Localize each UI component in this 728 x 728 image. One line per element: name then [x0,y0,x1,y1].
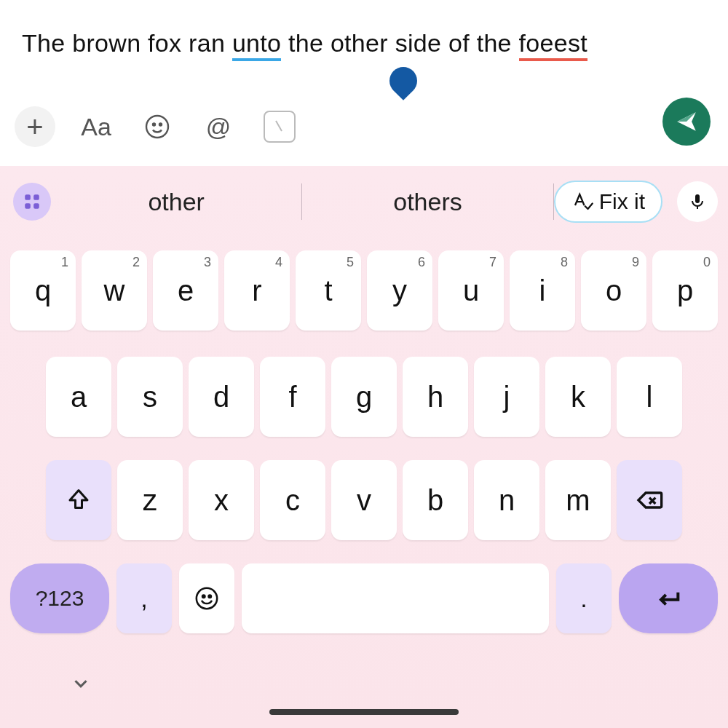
send-icon [674,109,699,134]
fix-it-icon [571,191,593,213]
key-k[interactable]: k [545,357,611,437]
key-i[interactable]: i8 [510,250,575,331]
navigation-handle[interactable] [269,709,459,715]
key-c[interactable]: c [260,460,325,540]
svg-point-2 [159,124,162,126]
svg-point-0 [146,116,168,138]
key-l[interactable]: l [617,357,682,437]
key-e[interactable]: e3 [153,250,218,331]
key-p[interactable]: p0 [652,250,718,331]
key-w[interactable]: w2 [82,250,147,331]
shift-icon [66,487,92,513]
add-button[interactable]: + [15,106,55,147]
key-b[interactable]: b [403,460,468,540]
misspelled-word-foeest[interactable]: foeest [519,29,587,61]
fix-it-button[interactable]: Fix it [554,181,662,223]
text-prefix: The brown fox ran [22,29,232,57]
collapse-keyboard-button[interactable] [70,673,92,697]
space-key[interactable] [242,563,549,633]
key-x[interactable]: x [189,460,254,540]
message-text[interactable]: The brown fox ran unto the other side of… [22,29,706,58]
emoji-key[interactable] [179,563,234,633]
key-q[interactable]: q1 [10,250,76,331]
keyboard-apps-button[interactable] [13,183,51,221]
chevron-down-icon [70,673,92,695]
text-cursor-handle[interactable] [384,61,423,100]
suggestion-1[interactable]: other [51,188,301,216]
svg-point-11 [197,588,217,609]
enter-key[interactable] [619,563,718,633]
emoji-icon [194,586,219,611]
symbols-key[interactable]: ?123 [10,563,109,633]
compose-toolbar: + Aa @ [0,100,728,153]
key-row-4: ?123 , . [0,563,728,633]
key-row-2: a s d f g h j k l [0,357,728,437]
key-u[interactable]: u7 [438,250,504,331]
suggestion-strip: other others Fix it [0,173,728,230]
key-s[interactable]: s [117,357,183,437]
key-m[interactable]: m [545,460,611,540]
key-row-3: z x c v b n m [0,460,728,540]
svg-rect-6 [33,203,39,209]
apps-grid-icon [23,192,41,211]
backspace-icon [635,486,664,515]
svg-rect-7 [695,194,700,203]
suggestion-2[interactable]: others [302,188,553,216]
attachment-button[interactable] [259,106,300,147]
key-o[interactable]: o9 [581,250,646,331]
svg-point-1 [153,124,155,126]
svg-point-12 [202,595,205,597]
mic-button[interactable] [677,181,718,222]
key-n[interactable]: n [474,460,539,540]
emoji-button[interactable] [137,106,178,147]
key-t[interactable]: t5 [296,250,361,331]
key-d[interactable]: d [189,357,254,437]
attachment-icon [264,111,296,143]
enter-icon [654,584,683,613]
key-z[interactable]: z [117,460,183,540]
key-y[interactable]: y6 [367,250,432,331]
text-mid: the other side of the [281,29,518,57]
mention-button[interactable]: @ [198,106,239,147]
svg-rect-4 [33,194,39,200]
key-row-1: q1 w2 e3 r4 t5 y6 u7 i8 o9 p0 [0,250,728,331]
key-g[interactable]: g [331,357,397,437]
key-a[interactable]: a [46,357,111,437]
shift-key[interactable] [46,460,111,540]
key-v[interactable]: v [331,460,397,540]
svg-rect-3 [25,194,31,200]
fix-it-label: Fix it [599,189,645,214]
svg-point-13 [209,595,211,597]
comma-key[interactable]: , [116,563,172,633]
key-r[interactable]: r4 [224,250,290,331]
send-button[interactable] [662,98,711,146]
autocorrect-word-unto[interactable]: unto [232,29,281,61]
period-key[interactable]: . [556,563,612,633]
mic-icon [689,193,706,210]
key-h[interactable]: h [403,357,468,437]
svg-rect-5 [25,203,31,209]
backspace-key[interactable] [617,460,682,540]
key-f[interactable]: f [260,357,325,437]
smiley-icon [144,114,170,140]
text-format-button[interactable]: Aa [76,106,116,147]
key-j[interactable]: j [474,357,539,437]
